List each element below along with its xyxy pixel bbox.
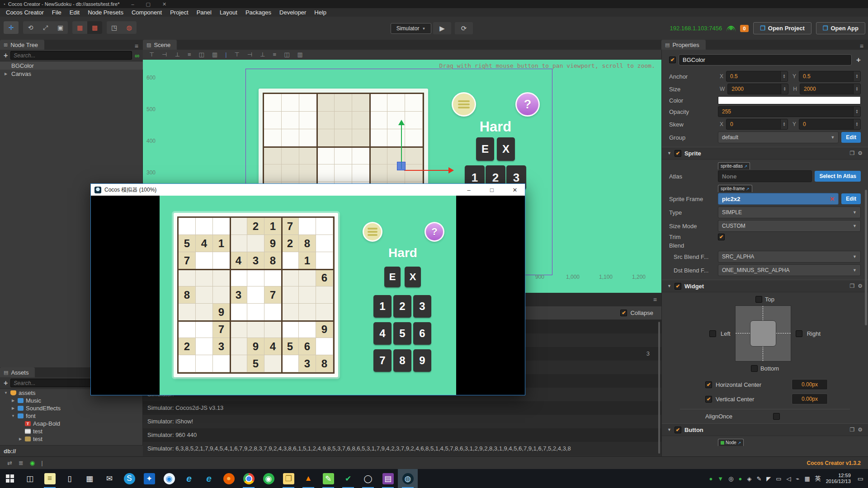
expand-arrow-icon[interactable]: ▶ [5,72,9,76]
align-tool-icon-0[interactable]: ⊤ [149,51,154,58]
sudoku-cell[interactable] [317,164,335,182]
sudoku-cell[interactable]: 8 [299,235,316,252]
sudoku-cell[interactable] [352,147,370,164]
taskbar-phone[interactable]: ▯ [60,469,80,488]
sudoku-cell[interactable] [196,304,213,321]
sudoku-cell[interactable]: 1 [299,252,316,269]
menu-item-cocos-creator[interactable]: Cocos Creator [2,8,48,17]
taskbar-mail[interactable]: ✉ [99,469,119,488]
sudoku-cell[interactable] [282,112,299,129]
menu-item-help[interactable]: Help [310,8,330,17]
sudoku-cell[interactable] [230,355,247,372]
sudoku-cell[interactable] [352,164,370,182]
sudoku-cell[interactable] [299,164,317,182]
node-name-field[interactable]: BGColor [679,54,852,66]
sudoku-cell[interactable] [317,94,335,112]
numpad-9[interactable]: 9 [413,349,431,372]
horizontal-center-checkbox[interactable] [705,381,712,388]
sudoku-cell[interactable] [196,218,213,235]
expand-arrow-icon[interactable]: ▶ [18,437,23,441]
sudoku-cell[interactable] [405,129,423,147]
open-project-button[interactable]: ❐ Open Project [753,22,811,34]
sudoku-cell[interactable] [247,321,264,338]
sudoku-cell[interactable] [370,147,387,164]
button-enabled-checkbox[interactable] [675,427,681,433]
sudoku-cell[interactable]: 3 [230,286,247,304]
group-edit-button[interactable]: Edit [841,132,861,143]
skew-y-field[interactable]: 0▲▼ [799,119,861,130]
anchor-x-field[interactable]: 0.5▲▼ [726,71,788,82]
sudoku-cell[interactable] [264,129,282,147]
sudoku-cell[interactable] [317,129,335,147]
tab-assets[interactable]: ▤ Assets [0,367,35,377]
component-copy-icon[interactable]: ❐ [849,283,854,289]
tab-node-tree[interactable]: ⊞ Node Tree [0,40,44,50]
tray-shield-icon[interactable]: ▼ [717,475,723,482]
collapse-arrow-icon[interactable]: ▼ [667,427,671,432]
sudoku-cell[interactable] [316,252,333,269]
taskbar-task-view[interactable]: ◫ [20,469,40,488]
maximize-button[interactable]: ▢ [146,1,151,7]
size-h-field[interactable]: 2000▲▼ [800,84,861,94]
sudoku-cell[interactable] [264,355,282,372]
scale-tool[interactable]: ⤢ [38,21,53,34]
sudoku-cell[interactable] [299,94,317,112]
add-component-icon[interactable]: + [856,56,861,65]
expand-arrow-icon[interactable]: ▶ [11,399,15,403]
sudoku-cell[interactable]: 8 [179,286,196,304]
tray-volume-icon[interactable]: ◁ [787,475,791,482]
dst-blend-dropdown[interactable]: ONE_MINUS_SRC_ALPHA▼ [718,264,861,276]
taskbar-white-ring[interactable]: ◯ [358,469,378,488]
scene-key-x[interactable]: X [497,137,515,161]
gizmo-x-axis[interactable] [404,170,449,171]
sync-icon[interactable]: ⇄ [7,460,12,466]
sudoku-cell[interactable] [282,147,299,164]
console-scrollbar[interactable] [658,322,660,454]
taskbar-firefox[interactable]: ● [219,469,239,488]
sudoku-cell[interactable] [247,304,264,321]
sudoku-cell[interactable] [247,235,264,252]
sudoku-cell[interactable] [335,94,352,112]
sudoku-cell[interactable] [230,269,247,286]
notification-center-icon[interactable]: ▭ [858,475,863,482]
expand-arrow-icon[interactable]: ▼ [11,414,15,418]
sudoku-cell[interactable]: 5 [179,235,196,252]
sudoku-cell[interactable] [196,338,213,355]
sudoku-cell[interactable]: 7 [213,321,230,338]
align-tool-icon-11[interactable]: ◫ [284,51,289,58]
widget-enabled-checkbox[interactable] [675,283,681,290]
menu-item-node-presets[interactable]: Node Presets [84,8,127,17]
menu-item-file[interactable]: File [48,8,66,17]
sudoku-cell[interactable] [316,218,333,235]
tray-sync-icon[interactable]: ● [709,475,712,482]
sudoku-cell[interactable] [370,94,387,112]
sudoku-cell[interactable] [282,94,299,112]
sudoku-cell[interactable] [316,235,333,252]
align-tool-icon-2[interactable]: ⊥ [175,51,180,58]
expand-arrow-icon[interactable]: ▶ [11,406,15,410]
align-tool-icon-3[interactable]: ≡ [188,51,191,58]
sudoku-cell[interactable] [213,286,230,304]
taskbar-skype[interactable]: S [119,469,139,488]
sudoku-cell[interactable] [282,252,299,269]
gizmo-origin-handle[interactable] [397,162,406,170]
sudoku-cell[interactable] [282,164,299,182]
open-app-button[interactable]: ❐ Open App [816,22,865,34]
widget-left-checkbox[interactable] [709,330,716,337]
sudoku-cell[interactable]: 3 [299,355,316,372]
sudoku-cell[interactable]: 5 [247,355,264,372]
key-e-button[interactable]: E [384,267,401,287]
sudoku-cell[interactable] [316,338,333,355]
tray-keyboard-icon[interactable]: ▦ [804,475,810,482]
align-tool-icon-12[interactable]: ▥ [297,51,302,58]
sudoku-cell[interactable]: 1 [213,235,230,252]
tray-cursor-icon[interactable]: ◤ [766,475,771,482]
sudoku-cell[interactable] [370,129,387,147]
vertical-center-checkbox[interactable] [705,396,712,403]
tree-node-bgcolor[interactable]: BGColor [0,61,143,70]
sudoku-cell[interactable] [299,269,316,286]
console-menu-icon[interactable]: ≡ [653,296,661,303]
menu-item-project[interactable]: Project [166,8,192,17]
sudoku-cell[interactable] [335,164,352,182]
horizontal-center-field[interactable]: 0.00px [792,379,828,390]
